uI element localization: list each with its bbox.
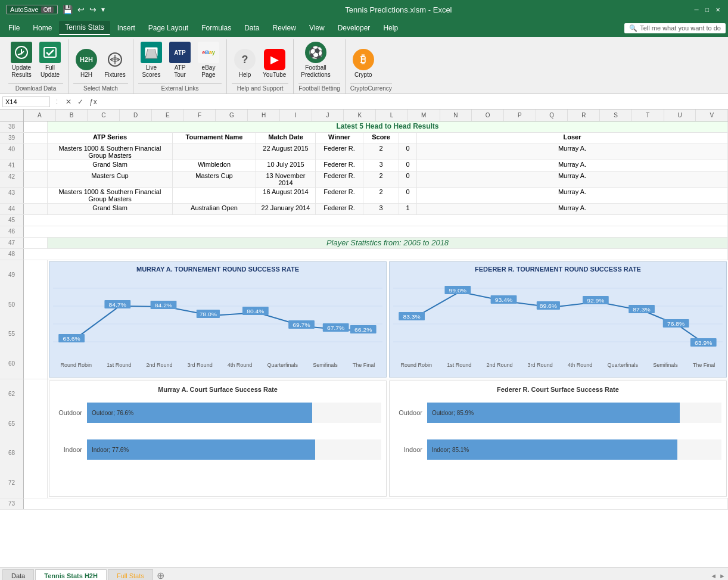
table-row: 39 ATP Series Tournament Name Match Date… (0, 133, 728, 144)
autosave-label: AutoSave (10, 6, 39, 13)
col-t: T (632, 110, 664, 121)
customize-icon[interactable]: ▾ (101, 5, 105, 14)
cell-39-date[interactable]: Match Date (256, 133, 316, 144)
column-headers: A B C D E F G H I J K L M N O P Q R S T … (0, 110, 728, 121)
ebay-page-icon: eBay (198, 42, 219, 63)
scroll-right-icon[interactable]: ► (719, 572, 726, 579)
col-f: F (184, 110, 216, 121)
federer-surface-bars: Outdoor Outdoor; 85.9% Indoor Indoor; 8 (394, 398, 721, 464)
svg-text:80.4%: 80.4% (247, 308, 265, 314)
save-icon[interactable]: 💾 (63, 5, 73, 14)
murray-chart-title: MURRAY A. TOURNEMENT ROUND SUCCESS RATE (53, 266, 382, 273)
atp-tour-button[interactable]: ATP ATPTour (167, 40, 193, 80)
cell-39-a[interactable] (24, 133, 48, 144)
svg-text:84.7%: 84.7% (109, 302, 127, 308)
menu-file[interactable]: File (2, 21, 26, 35)
cell-38-a[interactable] (24, 121, 48, 132)
h2h-button[interactable]: H2H H2H (73, 48, 99, 80)
confirm-formula-icon[interactable]: ✓ (76, 98, 85, 106)
col-v: V (696, 110, 728, 121)
menu-tennis-stats[interactable]: Tennis Stats (59, 21, 110, 35)
update-results-label: UpdateResults (11, 64, 31, 79)
federer-outdoor-row: Outdoor Outdoor; 85.9% (394, 403, 721, 423)
menu-data[interactable]: Data (238, 21, 265, 35)
murray-indoor-bar: Indoor; 77.6% (87, 439, 315, 460)
autosave-state[interactable]: Off (41, 7, 54, 13)
update-results-button[interactable]: UpdateResults (8, 40, 35, 80)
col-k: K (344, 110, 376, 121)
tab-full-stats[interactable]: Full Stats (108, 569, 153, 580)
football-predictions-button[interactable]: ⚽ FootballPredictions (298, 40, 332, 80)
table-row: 48 (0, 249, 728, 260)
cancel-formula-icon[interactable]: ✕ (64, 98, 73, 106)
menu-insert[interactable]: Insert (111, 21, 141, 35)
cell-charts-a[interactable] (24, 260, 48, 379)
crypto-button[interactable]: ₿ Crypto (350, 48, 377, 80)
cell-38-merged[interactable]: Latest 5 Head to Head Results (48, 121, 728, 132)
undo-icon[interactable]: ↩ (77, 5, 85, 14)
full-update-button[interactable]: FullUpdate (37, 40, 63, 80)
cell-39-score2[interactable] (399, 133, 417, 144)
title-bar: AutoSave Off 💾 ↩ ↪ ▾ Tennis Predictions.… (0, 0, 728, 19)
cell-39-tournament[interactable]: Tournament Name (173, 133, 256, 144)
tab-data[interactable]: Data (2, 569, 34, 580)
stats-title-cell[interactable]: Player Statistics from: 2005 to 2018 (48, 238, 728, 248)
murray-line-chart: MURRAY A. TOURNEMENT ROUND SUCCESS RATE (49, 261, 387, 378)
search-bar[interactable]: 🔍 Tell me what you want to do (624, 23, 726, 33)
table-row: 73 (0, 498, 728, 510)
add-sheet-btn[interactable]: ⊕ (157, 570, 164, 580)
formula-input[interactable] (101, 97, 726, 107)
murray-indoor-label: Indoor (54, 446, 87, 453)
minimize-btn[interactable]: ─ (692, 5, 701, 14)
charts-row: 49 50 55 60 MURRAY A. TOURNEMENT ROUND S… (0, 260, 728, 379)
window-controls: ─ □ ✕ (692, 5, 722, 14)
row-num-47: 47 (0, 238, 24, 248)
insert-function-icon[interactable]: ƒx (88, 98, 99, 106)
menu-view[interactable]: View (303, 21, 331, 35)
federer-chart-area: 83.3% 99.0% 93.4% 89.6% 92.9% 87.3% 76.8… (393, 276, 723, 360)
cell-reference[interactable] (2, 96, 50, 107)
menu-review[interactable]: Review (267, 21, 302, 35)
cell-surface-a[interactable] (24, 379, 48, 498)
stats-title: Player Statistics from: 2005 to 2018 (326, 238, 449, 247)
fixtures-button[interactable]: Fixtures (102, 48, 128, 80)
live-scores-button[interactable]: LiveScores (138, 40, 164, 80)
close-btn[interactable]: ✕ (714, 5, 722, 14)
cell-39-loser[interactable]: Loser (417, 133, 728, 144)
maximize-btn[interactable]: □ (703, 5, 711, 14)
help-label: Help (239, 71, 251, 79)
external-links-label: External Links (138, 83, 222, 93)
tab-tennis-stats-h2h[interactable]: Tennis Stats H2H (35, 569, 107, 581)
murray-surface-title: Murray A. Court Surface Success Rate (54, 386, 381, 393)
svg-text:99.0%: 99.0% (449, 288, 467, 294)
menu-page-layout[interactable]: Page Layout (142, 21, 194, 35)
scroll-left-icon[interactable]: ◄ (710, 572, 717, 579)
ribbon-group-football-items: ⚽ FootballPredictions (298, 40, 340, 82)
surface-charts-row: 62 65 68 72 Murray A. Court Surface Succ… (0, 379, 728, 498)
autosave-badge[interactable]: AutoSave Off (6, 5, 58, 14)
atp-tour-label: ATPTour (174, 64, 185, 79)
football-icon: ⚽ (305, 42, 326, 63)
cell-39-score[interactable]: Score (363, 133, 399, 144)
menu-developer[interactable]: Developer (332, 21, 377, 35)
crypto-icon: ₿ (353, 49, 374, 70)
ebay-page-button[interactable]: eBay eBayPage (195, 40, 222, 80)
menu-help[interactable]: Help (377, 21, 404, 35)
help-support-label: Help and Support (232, 83, 288, 93)
help-button[interactable]: ? Help (232, 48, 258, 80)
sheet-scroll-area[interactable]: 38 Latest 5 Head to Head Results 39 ATP … (0, 121, 728, 567)
cell-39-winner[interactable]: Winner (316, 133, 363, 144)
svg-text:89.6%: 89.6% (540, 303, 558, 309)
cell-39-series[interactable]: ATP Series (48, 133, 173, 144)
ebay-page-icon-shape: eBay (198, 42, 219, 63)
live-scores-label: LiveScores (142, 64, 160, 79)
search-placeholder: Tell me what you want to do (640, 24, 721, 32)
crypto-icon-shape: ₿ (353, 49, 374, 70)
window-title: Tennis Predictions.xlsm - Excel (345, 5, 452, 14)
menu-home[interactable]: Home (27, 21, 58, 35)
fixtures-label: Fixtures (104, 71, 126, 79)
col-p: P (504, 110, 536, 121)
menu-formulas[interactable]: Formulas (195, 21, 237, 35)
redo-icon[interactable]: ↪ (89, 5, 97, 14)
youtube-button[interactable]: ▶ YouTube (260, 48, 288, 80)
